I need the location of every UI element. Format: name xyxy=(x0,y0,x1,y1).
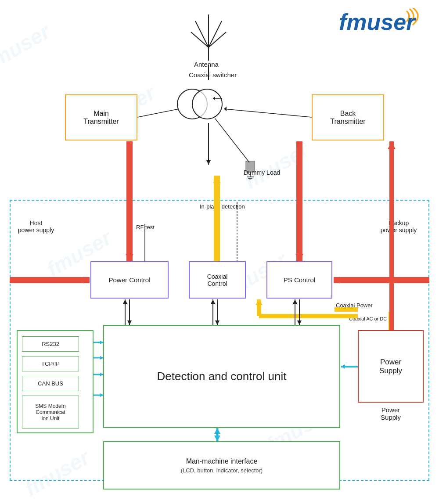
back-transmitter-label: Back Transmitter xyxy=(330,110,365,126)
ps-control-label: PS Control xyxy=(284,276,316,284)
power-supply-box: Power Supply xyxy=(358,330,424,403)
ps-control-box: PS Control xyxy=(266,261,332,299)
hmi-sublabel: (LCD, button, indicator, selector) xyxy=(181,467,263,474)
svg-line-3 xyxy=(209,21,222,47)
comm-sms-modem: SMS Modem Communicat ion Unit xyxy=(22,396,79,428)
hmi-box: Man-machine interface (LCD, button, indi… xyxy=(103,441,340,490)
diagram: Antenna Coaxial switcher Main Transmitte… xyxy=(0,0,439,504)
coaxial-switcher-svg xyxy=(176,80,224,124)
antenna-label: Antenna xyxy=(194,61,219,68)
svg-marker-32 xyxy=(213,176,221,183)
comm-rs232: RS232 xyxy=(22,336,79,352)
svg-line-18 xyxy=(224,109,312,117)
detection-unit-label: Detection and control unit xyxy=(157,370,287,383)
coaxial-switcher-label: Coaxial switcher xyxy=(189,71,237,79)
main-transmitter-box: Main Transmitter xyxy=(65,94,137,140)
antenna-svg xyxy=(182,8,235,65)
back-transmitter-box: Back Transmitter xyxy=(312,94,384,140)
svg-line-17 xyxy=(137,109,179,117)
comm-outer-box: RS232 TCP/IP CAN BUS SMS Modem Communica… xyxy=(17,330,94,433)
coaxial-control-box: Coaxial Control xyxy=(189,261,246,299)
logo: fmuser xyxy=(339,8,427,38)
dummy-load-label: Dummy Load xyxy=(244,169,280,176)
svg-marker-19 xyxy=(224,107,227,111)
svg-text:fmuser: fmuser xyxy=(339,9,416,35)
svg-marker-21 xyxy=(206,160,211,165)
svg-line-5 xyxy=(209,32,226,47)
comm-tcpip: TCP/IP xyxy=(22,356,79,371)
svg-line-4 xyxy=(191,32,209,47)
main-transmitter-label: Main Transmitter xyxy=(83,110,119,126)
power-control-box: Power Control xyxy=(90,261,169,299)
detection-unit-box: Detection and control unit xyxy=(103,325,340,428)
svg-line-1 xyxy=(195,21,209,47)
svg-point-8 xyxy=(192,89,222,119)
power-supply-label: Power Supply xyxy=(379,358,402,375)
hmi-label: Man-machine interface xyxy=(186,457,258,465)
svg-line-22 xyxy=(215,119,249,162)
svg-marker-63 xyxy=(388,141,396,149)
power-control-label: Power Control xyxy=(108,276,150,284)
coaxial-control-label: Coaxial Control xyxy=(207,273,228,287)
comm-canbus: CAN BUS xyxy=(22,376,79,391)
